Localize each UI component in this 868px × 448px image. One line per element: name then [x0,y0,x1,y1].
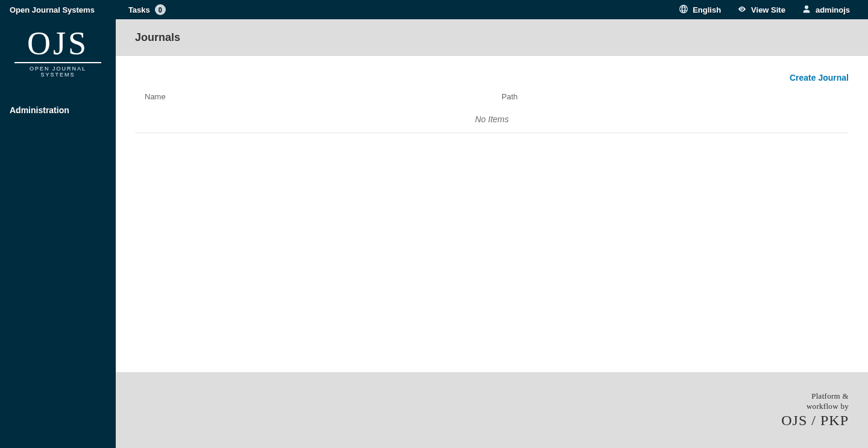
logo-text: OJS [14,29,101,63]
column-header-name: Name [135,87,492,106]
sidebar: OJS OPEN JOURNAL SYSTEMS Administration [0,19,116,448]
logo-subtext: OPEN JOURNAL SYSTEMS [14,66,101,78]
pkp-logo[interactable]: Platform & workflow by OJS / PKP [781,391,849,429]
main-panel: Journals Create Journal Name Path [116,19,868,448]
footer-mark: OJS / PKP [781,412,849,429]
create-journal-button[interactable]: Create Journal [790,73,849,82]
eye-icon [738,5,746,15]
language-label: English [693,5,721,14]
logo[interactable]: OJS OPEN JOURNAL SYSTEMS [0,29,116,87]
tasks-button[interactable]: Tasks 0 [128,4,166,15]
footer-line-1b: workflow by [781,402,849,411]
tasks-count-badge: 0 [155,4,166,15]
view-site-link[interactable]: View Site [729,5,794,15]
column-header-path: Path [492,87,849,106]
journals-table: Name Path No Items [135,87,849,133]
user-menu[interactable]: adminojs [794,5,858,15]
table-empty-text: No Items [135,106,849,133]
content-toolbar: Create Journal [135,70,849,87]
table-empty-row: No Items [135,106,849,133]
globe-icon [679,5,688,15]
language-switcher[interactable]: English [671,5,729,15]
footer: Platform & workflow by OJS / PKP [116,372,868,448]
tasks-label: Tasks [128,5,150,14]
page-title: Journals [135,31,849,44]
topbar: Open Journal Systems Tasks 0 English Vie… [0,0,868,19]
page-header: Journals [116,19,868,56]
brand-name[interactable]: Open Journal Systems [10,5,119,14]
user-label: adminojs [816,5,850,14]
footer-line-1a: Platform & [781,391,849,401]
user-icon [802,5,811,15]
view-site-label: View Site [751,5,785,14]
sidebar-item-administration[interactable]: Administration [0,98,116,122]
page-content: Create Journal Name Path [116,56,868,372]
